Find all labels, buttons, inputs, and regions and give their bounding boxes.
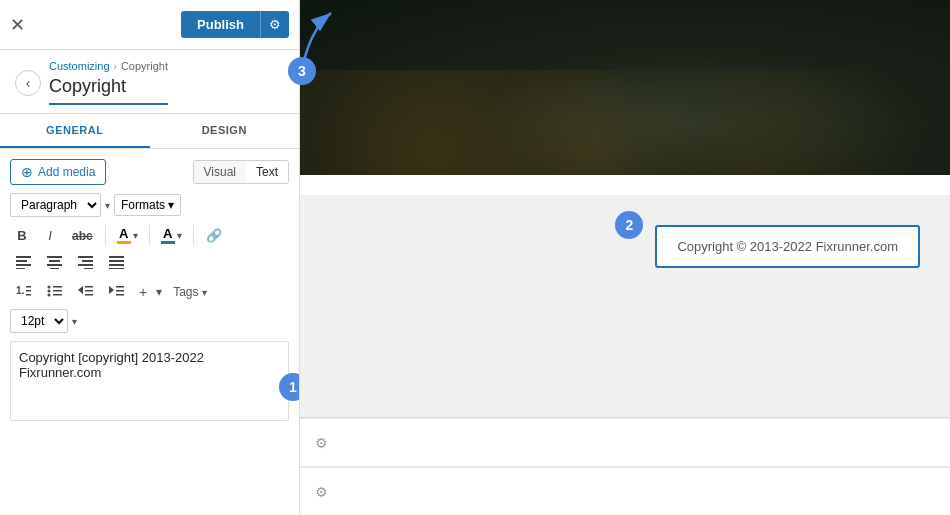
close-button[interactable]: ✕: [10, 16, 25, 34]
svg-text:1.: 1.: [16, 285, 25, 296]
svg-rect-31: [116, 286, 124, 288]
font-color-arrow: ▾: [177, 230, 182, 241]
visual-text-tabs: Visual Text: [193, 160, 289, 184]
formats-arrow: ▾: [168, 198, 174, 212]
svg-point-20: [48, 286, 51, 289]
ordered-list-button[interactable]: 1.: [10, 281, 37, 303]
svg-rect-11: [84, 268, 93, 269]
align-center-button[interactable]: [41, 253, 68, 275]
svg-rect-6: [47, 264, 62, 266]
copyright-text: Copyright © 2013-2022 Fixrunner.com: [677, 239, 898, 254]
align-center-icon: [47, 256, 62, 269]
copyright-section: 2 Copyright © 2013-2022 Fixrunner.com: [300, 195, 950, 298]
top-bar-left: ✕: [10, 16, 25, 34]
annotation-badge-1: 1: [279, 373, 299, 401]
link-button[interactable]: 🔗: [200, 225, 228, 246]
plus-button[interactable]: +: [134, 281, 152, 303]
copyright-box: Copyright © 2013-2022 Fixrunner.com: [655, 225, 920, 268]
align-justify-icon: [109, 256, 124, 269]
editor-area: ⊕ Add media Visual Text Paragraph ▾ Form…: [0, 149, 299, 515]
svg-rect-7: [50, 268, 59, 269]
format-toolbar-2: B I abc A ▾ A ▾: [10, 223, 289, 247]
svg-rect-18: [26, 290, 31, 292]
outdent-icon: [78, 284, 93, 297]
gear-row-1: ⚙: [300, 418, 950, 466]
copyright-box-wrapper: 2 Copyright © 2013-2022 Fixrunner.com: [655, 225, 920, 268]
strikethrough-button[interactable]: abc: [66, 225, 99, 246]
tags-arrow: ▾: [202, 287, 207, 298]
page-title: Copyright: [49, 76, 168, 105]
breadcrumb-current: Copyright: [121, 60, 168, 72]
forest-background: [300, 0, 950, 175]
svg-rect-1: [16, 260, 27, 262]
text-tab[interactable]: Text: [246, 161, 288, 183]
svg-rect-17: [26, 286, 31, 288]
svg-rect-9: [82, 260, 93, 262]
format-toolbar-list: 1.: [10, 281, 289, 303]
indent-button[interactable]: [103, 281, 130, 303]
breadcrumb-parent[interactable]: Customizing: [49, 60, 110, 72]
gear-rows: ⚙ ⚙: [300, 417, 950, 515]
svg-rect-21: [53, 286, 62, 288]
svg-rect-32: [116, 290, 124, 292]
breadcrumb-area: ‹ Customizing › Copyright Copyright: [0, 50, 299, 114]
publish-button[interactable]: Publish: [181, 11, 260, 38]
add-media-button[interactable]: ⊕ Add media: [10, 159, 106, 185]
svg-rect-23: [53, 290, 62, 292]
align-justify-button[interactable]: [103, 253, 130, 275]
font-color-letter: A: [163, 226, 172, 241]
visual-tab[interactable]: Visual: [194, 161, 246, 183]
outdent-button[interactable]: [72, 281, 99, 303]
breadcrumb: Customizing › Copyright: [49, 60, 168, 72]
paragraph-select[interactable]: Paragraph: [10, 193, 101, 217]
formats-label: Formats: [121, 198, 165, 212]
annotation-badge-2: 2: [615, 211, 643, 239]
text-color-indicator: A: [117, 226, 131, 244]
svg-rect-28: [85, 290, 93, 292]
format-toolbar-1: Paragraph ▾ Formats ▾: [10, 193, 289, 217]
settings-button[interactable]: ⚙: [260, 11, 289, 38]
format-toolbar-align: [10, 253, 289, 275]
preview-image: [300, 0, 950, 175]
tab-general[interactable]: GENERAL: [0, 114, 150, 148]
publish-group: Publish ⚙: [181, 11, 289, 38]
text-content-area[interactable]: Copyright [copyright] 2013-2022 Fixrunne…: [10, 341, 289, 421]
tags-label: Tags: [173, 285, 198, 299]
align-left-icon: [16, 256, 31, 269]
text-color-button[interactable]: A ▾: [112, 223, 143, 247]
content-wrapper: Copyright [copyright] 2013-2022 Fixrunne…: [10, 341, 289, 421]
font-color-button[interactable]: A ▾: [156, 223, 187, 247]
tab-design[interactable]: DESIGN: [150, 114, 300, 148]
svg-point-24: [48, 294, 51, 297]
unordered-list-button[interactable]: [41, 281, 68, 303]
breadcrumb-separator: ›: [114, 61, 117, 72]
font-color-bar: [161, 241, 175, 244]
svg-rect-15: [109, 268, 124, 269]
right-panel: 2 Copyright © 2013-2022 Fixrunner.com ⚙ …: [300, 0, 950, 515]
svg-rect-0: [16, 256, 31, 258]
svg-rect-19: [26, 294, 31, 296]
plus-arrow: ▾: [156, 285, 162, 299]
svg-rect-12: [109, 256, 124, 258]
indent-icon: [109, 284, 124, 297]
bold-button[interactable]: B: [10, 225, 34, 246]
formats-button[interactable]: Formats ▾: [114, 194, 181, 216]
tags-button[interactable]: Tags ▾: [166, 282, 213, 302]
gear-icon-2: ⚙: [315, 484, 328, 500]
left-panel: ✕ Publish ⚙ ‹ Customizing › Copyright Co…: [0, 0, 300, 515]
svg-rect-4: [47, 256, 62, 258]
align-right-button[interactable]: [72, 253, 99, 275]
add-media-icon: ⊕: [21, 164, 33, 180]
svg-rect-8: [78, 256, 93, 258]
svg-point-22: [48, 290, 51, 293]
font-size-select[interactable]: 12pt: [10, 309, 68, 333]
align-right-icon: [78, 256, 93, 269]
svg-rect-10: [78, 264, 93, 266]
svg-rect-3: [16, 268, 25, 269]
top-bar: ✕ Publish ⚙: [0, 0, 299, 50]
gear-row-2: ⚙: [300, 467, 950, 515]
back-button[interactable]: ‹: [15, 70, 41, 96]
ordered-list-icon: 1.: [16, 284, 31, 297]
italic-button[interactable]: I: [38, 225, 62, 246]
align-left-button[interactable]: [10, 253, 37, 275]
